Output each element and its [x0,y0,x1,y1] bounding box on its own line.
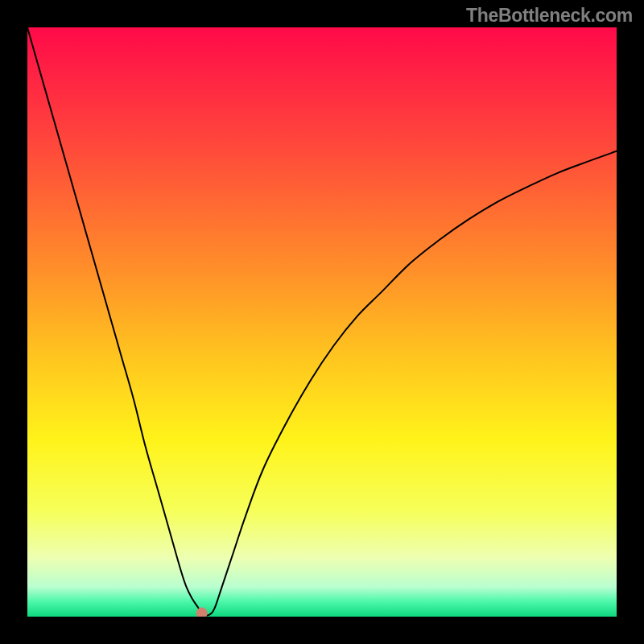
chart-frame: TheBottleneck.com [0,0,644,644]
plot-area [27,27,617,617]
chart-svg [27,27,617,617]
gradient-background [27,27,617,617]
attribution-label: TheBottleneck.com [466,5,633,27]
